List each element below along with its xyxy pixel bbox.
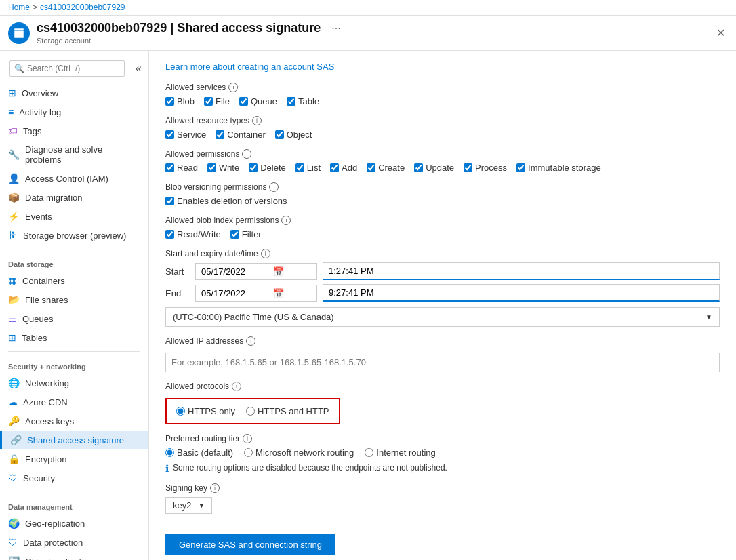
perm-immutable-checkbox[interactable]: Immutable storage	[516, 163, 601, 173]
perm-process-checkbox[interactable]: Process	[464, 163, 507, 173]
allowed-services-info-icon[interactable]: i	[228, 83, 238, 92]
perm-create-checkbox[interactable]: Create	[367, 163, 405, 173]
resource-object-checkbox[interactable]: Object	[275, 129, 312, 140]
allowed-ip-info-icon[interactable]: i	[246, 336, 255, 346]
resource-service-checkbox[interactable]: Service	[165, 129, 206, 140]
nav-item-file-shares[interactable]: 📂 File shares	[0, 290, 148, 309]
nav-item-tables[interactable]: ⊞ Tables	[0, 328, 148, 347]
nav-item-data-migration[interactable]: 📦 Data migration	[0, 188, 148, 207]
protocol-https-only-radio[interactable]: HTTPS only	[176, 406, 235, 416]
protocol-https-http-radio[interactable]: HTTPS and HTTP	[246, 406, 329, 416]
migrate-icon: 📦	[8, 192, 20, 203]
blob-index-readwrite-checkbox[interactable]: Read/Write	[165, 229, 221, 239]
nav-item-networking[interactable]: 🌐 Networking	[0, 374, 148, 393]
main-layout: 🔍 « ⊞ Overview ≡ Activity log 🏷 Tags 🔧 D…	[0, 51, 736, 560]
perm-add-checkbox[interactable]: Add	[330, 163, 357, 173]
allowed-ip-input[interactable]	[165, 353, 720, 372]
nav-item-object-replication[interactable]: 🔄 Object replication	[0, 552, 148, 560]
allowed-resource-types-info-icon[interactable]: i	[252, 116, 262, 125]
start-date-input[interactable]	[201, 266, 269, 277]
signing-key-value: key2	[173, 500, 191, 511]
routing-tier-info-icon[interactable]: i	[243, 434, 252, 443]
search-box[interactable]: 🔍	[9, 60, 125, 77]
signing-key-label: Signing key i	[165, 483, 720, 493]
allowed-protocols-label: Allowed protocols i	[165, 382, 720, 391]
nav-item-data-protection[interactable]: 🛡 Data protection	[0, 533, 148, 552]
nav-item-encryption[interactable]: 🔒 Encryption	[0, 449, 148, 468]
wrench-icon: 🔧	[8, 149, 20, 160]
nav-item-access-keys[interactable]: 🔑 Access keys	[0, 412, 148, 431]
person-shield-icon: 👤	[8, 173, 20, 184]
start-expiry-info-icon[interactable]: i	[261, 249, 270, 258]
timezone-select[interactable]: (UTC-08:00) Pacific Time (US & Canada) ▼	[165, 307, 720, 327]
more-options-button[interactable]: ···	[331, 22, 340, 35]
cdn-icon: ☁	[8, 397, 18, 407]
calendar-icon-start[interactable]: 📅	[273, 266, 284, 277]
collapse-sidebar-button[interactable]: «	[133, 61, 144, 76]
calendar-icon-end[interactable]: 📅	[273, 288, 284, 298]
routing-internet-radio[interactable]: Internet routing	[365, 447, 435, 458]
allowed-protocols-info-icon[interactable]: i	[232, 382, 241, 391]
nav-item-access-control[interactable]: 👤 Access Control (IAM)	[0, 169, 148, 188]
sidebar: 🔍 « ⊞ Overview ≡ Activity log 🏷 Tags 🔧 D…	[0, 51, 149, 560]
nav-item-events[interactable]: ⚡ Events	[0, 207, 148, 226]
signing-key-select[interactable]: key2 ▼	[165, 497, 212, 514]
nav-item-diagnose[interactable]: 🔧 Diagnose and solve problems	[0, 140, 148, 169]
service-table-checkbox[interactable]: Table	[287, 96, 319, 106]
nav-item-containers[interactable]: ▦ Containers	[0, 271, 148, 290]
end-date-input-wrapper[interactable]: 📅	[195, 285, 317, 302]
perm-update-checkbox[interactable]: Update	[414, 163, 454, 173]
routing-microsoft-radio[interactable]: Microsoft network routing	[244, 447, 354, 458]
nav-item-geo-replication[interactable]: 🌍 Geo-replication	[0, 514, 148, 533]
allowed-ip-label: Allowed IP addresses i	[165, 336, 720, 346]
breadcrumb-home[interactable]: Home	[8, 3, 30, 12]
nav-item-storage-browser[interactable]: 🗄 Storage browser (preview)	[0, 226, 148, 245]
allowed-permissions-info-icon[interactable]: i	[242, 149, 251, 159]
breadcrumb-account[interactable]: cs410032000beb07929	[40, 3, 125, 12]
end-date-input[interactable]	[201, 288, 269, 298]
blob-versioning-info-icon[interactable]: i	[269, 182, 279, 192]
page-header: cs410032000beb07929 | Shared access sign…	[0, 16, 736, 51]
nav-item-overview[interactable]: ⊞ Overview	[0, 83, 148, 102]
blob-index-info-icon[interactable]: i	[281, 216, 291, 225]
service-file-checkbox[interactable]: File	[204, 96, 230, 106]
nav-item-shared-access-signature[interactable]: 🔗 Shared access signature	[0, 431, 148, 449]
start-time-input[interactable]	[323, 262, 720, 280]
service-queue-checkbox[interactable]: Queue	[239, 96, 277, 106]
resource-container-checkbox[interactable]: Container	[216, 129, 265, 140]
signing-key-info-icon[interactable]: i	[210, 483, 220, 493]
service-blob-checkbox[interactable]: Blob	[165, 96, 195, 106]
close-button[interactable]: ✕	[716, 26, 725, 39]
perm-list-checkbox[interactable]: List	[295, 163, 321, 173]
versioning-deletion-checkbox[interactable]: Enables deletion of versions	[165, 196, 287, 206]
protection-icon: 🛡	[8, 537, 18, 548]
perm-read-checkbox[interactable]: Read	[165, 163, 198, 173]
allowed-protocols-box: HTTPS only HTTPS and HTTP	[165, 398, 340, 424]
learn-more-link[interactable]: Learn more about creating an account SAS	[165, 62, 720, 72]
allowed-services-label: Allowed services i	[165, 83, 720, 92]
routing-note-banner: ℹ Some routing options are disabled beca…	[165, 463, 720, 474]
start-date-input-wrapper[interactable]: 📅	[195, 263, 317, 280]
perm-delete-checkbox[interactable]: Delete	[249, 163, 286, 173]
nav-item-security[interactable]: 🛡 Security	[0, 468, 148, 487]
perm-write-checkbox[interactable]: Write	[207, 163, 239, 173]
end-time-input[interactable]	[323, 284, 720, 302]
end-date-row: End 📅	[165, 284, 720, 302]
key-icon: 🔑	[8, 416, 20, 426]
allowed-protocols-section: Allowed protocols i HTTPS only HTTPS and…	[165, 382, 720, 424]
generate-sas-button[interactable]: Generate SAS and connection string	[165, 534, 335, 555]
routing-basic-radio[interactable]: Basic (default)	[165, 447, 233, 458]
chevron-down-icon: ▼	[706, 313, 712, 321]
nav-item-activity-log[interactable]: ≡ Activity log	[0, 102, 148, 121]
blob-versioning-section: Blob versioning permissions i Enables de…	[165, 182, 720, 206]
search-input[interactable]	[27, 64, 120, 73]
storage-browser-icon: 🗄	[8, 230, 18, 241]
nav-item-tags[interactable]: 🏷 Tags	[0, 121, 148, 140]
blob-index-filter-checkbox[interactable]: Filter	[230, 229, 262, 239]
nav-item-queues[interactable]: ⚌ Queues	[0, 309, 148, 328]
nav-item-azure-cdn[interactable]: ☁ Azure CDN	[0, 393, 148, 412]
breadcrumb-separator: >	[33, 3, 37, 12]
blob-index-label: Allowed blob index permissions i	[165, 216, 720, 225]
lock-icon: 🔒	[8, 454, 20, 464]
start-date-row: Start 📅	[165, 262, 720, 280]
